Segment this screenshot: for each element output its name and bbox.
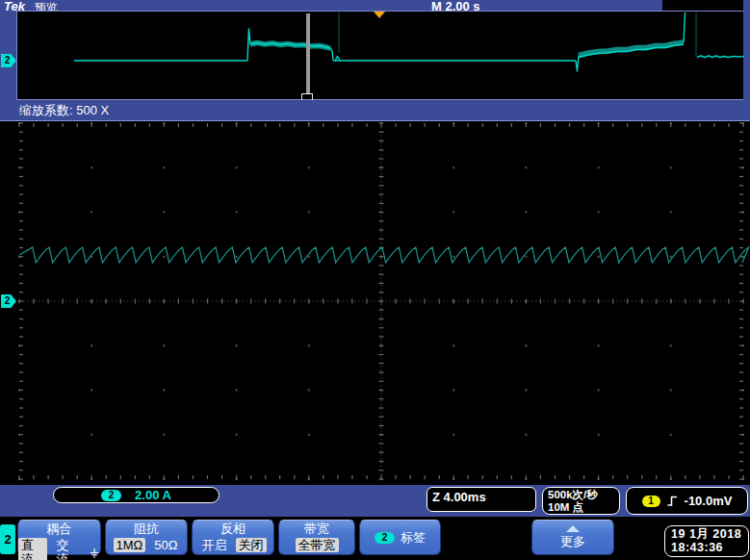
readout-band: 2 2.00 A Z 4.00ms 500k次/秒 10M 点 1 -10.0m… — [0, 485, 750, 517]
ground-coupling-icon[interactable] — [89, 547, 100, 559]
channel-2-ripple-waveform — [19, 247, 749, 263]
datetime-box: 19 1月 2018 18:43:36 — [664, 525, 749, 557]
channel-2-menu-tab[interactable]: 2 — [0, 524, 15, 554]
channel-2-scale-value: 2.00 A — [135, 488, 171, 502]
label-channel-2-badge: 2 — [375, 532, 395, 544]
preview-dip-right — [576, 56, 579, 72]
main-waveform-svg — [0, 121, 750, 485]
zoom-timebase-readout: Z 4.00ms — [427, 487, 536, 512]
preview-wavy-right — [697, 56, 744, 58]
coupling-title: 耦合 — [18, 522, 100, 537]
label-button-title: 标签 — [401, 529, 426, 547]
impedance-1mohm-option[interactable]: 1MΩ — [114, 538, 146, 552]
invert-off-option[interactable]: 关闭 — [236, 538, 267, 552]
rising-edge-trigger-icon — [666, 495, 679, 507]
more-up-icon — [566, 525, 580, 532]
preview-spike-right — [684, 13, 685, 42]
zoom-factor-label: 缩放系数: 500 X — [19, 103, 109, 117]
time-value: 18:43:36 — [671, 541, 748, 554]
more-button-title: 更多 — [560, 533, 585, 550]
invert-on-option[interactable]: 开启 — [200, 538, 229, 552]
label-button[interactable]: 2 标签 — [359, 520, 441, 555]
invert-title: 反相 — [193, 522, 273, 537]
right-border-strip — [743, 12, 750, 100]
graticule — [18, 122, 744, 480]
record-length-value: 10M 点 — [548, 501, 619, 514]
preview-drop-left — [330, 49, 333, 61]
invert-button[interactable]: 反相 开启 关闭 — [192, 520, 274, 555]
channel-2-scale-readout: 2 2.00 A — [53, 487, 220, 503]
impedance-button[interactable]: 阻抗 1MΩ 50Ω — [105, 520, 188, 555]
impedance-50ohm-option[interactable]: 50Ω — [152, 538, 179, 552]
waveform-preview-window — [16, 11, 743, 100]
bandwidth-title: 带宽 — [279, 522, 354, 537]
zoom-timebase-value: Z 4.00ms — [432, 490, 486, 504]
trigger-readout: 1 -10.0mV — [626, 487, 748, 515]
trigger-position-icon — [374, 12, 385, 18]
sample-rate-value: 500k次/秒 — [548, 489, 619, 501]
zoom-factor-bar: 缩放系数: 500 X — [0, 100, 750, 121]
bandwidth-full-option[interactable]: 全带宽 — [296, 538, 339, 552]
preview-waveform-svg — [17, 12, 744, 99]
soft-menu-bar: 2 耦合 直流 交流 阻抗 1MΩ 50Ω 反相 开启 关闭 — [0, 517, 750, 560]
channel-2-badge: 2 — [101, 490, 121, 501]
main-waveform-window — [0, 121, 750, 485]
trigger-level-value: -10.0mV — [685, 494, 733, 508]
channel-1-badge: 1 — [642, 496, 660, 507]
more-button[interactable]: 更多 — [531, 520, 614, 555]
acquisition-readout: 500k次/秒 10M 点 — [542, 487, 620, 515]
bandwidth-button[interactable]: 带宽 全带宽 — [278, 520, 355, 555]
coupling-ac-option[interactable]: 交流 — [54, 538, 81, 560]
coupling-dc-option[interactable]: 直流 — [18, 538, 47, 560]
coupling-button[interactable]: 耦合 直流 交流 — [17, 520, 101, 555]
impedance-title: 阻抗 — [106, 522, 187, 537]
date-value: 19 1月 2018 — [671, 527, 748, 541]
oscilloscope-screen: Tek 预览 M 2.00 s 2 缩放系数: 500 X — [0, 0, 750, 560]
zoom-window-indicator[interactable] — [306, 13, 310, 94]
preview-spike-left — [247, 29, 250, 61]
